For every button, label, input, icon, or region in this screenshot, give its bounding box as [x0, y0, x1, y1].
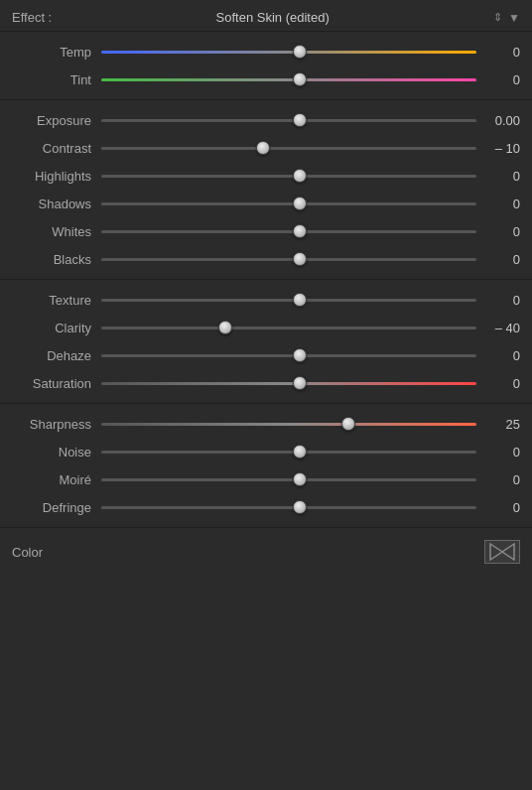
temp-slider[interactable] — [101, 42, 476, 62]
noise-value: 0 — [484, 445, 520, 460]
shadows-value: 0 — [484, 197, 520, 211]
moire-thumb[interactable] — [293, 472, 307, 486]
color-row: Color — [0, 527, 532, 576]
texture-row: Texture 0 — [0, 286, 532, 314]
moire-value: 0 — [484, 472, 520, 487]
contrast-label: Contrast — [12, 141, 91, 156]
shadows-row: Shadows 0 — [0, 190, 532, 217]
saturation-slider[interactable] — [101, 373, 476, 393]
contrast-row: Contrast – 10 — [0, 134, 532, 162]
defringe-row: Defringe 0 — [0, 493, 532, 521]
sharpness-value: 25 — [484, 417, 520, 432]
tint-row: Tint 0 — [0, 66, 532, 93]
texture-slider[interactable] — [101, 290, 476, 310]
shadows-label: Shadows — [12, 197, 91, 211]
panel: Effect : Soften Skin (edited) ⇕ ▼ Temp 0… — [0, 0, 532, 576]
defringe-value: 0 — [484, 500, 520, 515]
whites-label: Whites — [12, 224, 91, 239]
clarity-thumb[interactable] — [218, 321, 232, 334]
color-label: Color — [12, 545, 43, 560]
contrast-value: – 10 — [484, 141, 520, 156]
sharpness-label: Sharpness — [12, 417, 91, 432]
temp-value: 0 — [484, 45, 520, 60]
whites-row: Whites 0 — [0, 217, 532, 245]
blacks-thumb[interactable] — [293, 252, 307, 266]
highlights-row: Highlights 0 — [0, 162, 532, 190]
defringe-label: Defringe — [12, 500, 91, 515]
shadows-slider[interactable] — [101, 194, 476, 213]
presence-section: Texture 0 Clarity – 40 Dehaze — [0, 279, 532, 403]
svg-marker-0 — [490, 544, 502, 560]
noise-thumb[interactable] — [293, 445, 307, 459]
moire-row: Moiré 0 — [0, 465, 532, 493]
highlights-label: Highlights — [12, 169, 91, 184]
noise-slider[interactable] — [101, 442, 476, 461]
texture-thumb[interactable] — [293, 293, 307, 307]
tone-section: Exposure 0.00 Contrast – 10 Highlights — [0, 99, 532, 279]
dehaze-thumb[interactable] — [293, 348, 307, 362]
svg-marker-1 — [502, 544, 514, 560]
whites-value: 0 — [484, 224, 520, 239]
dropdown-icon[interactable]: ▼ — [508, 11, 520, 25]
whites-slider[interactable] — [101, 221, 476, 241]
exposure-slider[interactable] — [101, 110, 476, 130]
blacks-value: 0 — [484, 252, 520, 267]
noise-label: Noise — [12, 445, 91, 460]
effect-label: Effect : — [12, 10, 52, 25]
highlights-thumb[interactable] — [293, 169, 307, 183]
temp-tint-section: Temp 0 Tint 0 — [0, 31, 532, 99]
defringe-thumb[interactable] — [293, 500, 307, 514]
tint-value: 0 — [484, 72, 520, 87]
saturation-value: 0 — [484, 376, 520, 391]
temp-row: Temp 0 — [0, 38, 532, 66]
dehaze-slider[interactable] — [101, 345, 476, 365]
dehaze-row: Dehaze 0 — [0, 341, 532, 369]
detail-section: Sharpness 25 Noise 0 Moiré — [0, 403, 532, 527]
clarity-slider[interactable] — [101, 318, 476, 337]
tint-label: Tint — [12, 72, 91, 87]
temp-label: Temp — [12, 45, 91, 60]
sharpness-thumb[interactable] — [341, 417, 355, 431]
sharpness-row: Sharpness 25 — [0, 410, 532, 438]
moire-label: Moiré — [12, 472, 91, 487]
color-icon-button[interactable] — [484, 540, 520, 564]
noise-row: Noise 0 — [0, 438, 532, 465]
exposure-label: Exposure — [12, 113, 91, 128]
blacks-label: Blacks — [12, 252, 91, 267]
blacks-slider[interactable] — [101, 249, 476, 269]
dehaze-value: 0 — [484, 348, 520, 363]
defringe-slider[interactable] — [101, 497, 476, 517]
exposure-thumb[interactable] — [293, 113, 307, 127]
texture-value: 0 — [484, 293, 520, 308]
shadows-thumb[interactable] — [293, 197, 307, 210]
temp-thumb[interactable] — [293, 45, 307, 59]
sort-arrows-icon: ⇕ — [493, 11, 502, 24]
highlights-value: 0 — [484, 169, 520, 184]
contrast-thumb[interactable] — [256, 141, 270, 155]
saturation-label: Saturation — [12, 376, 91, 391]
dehaze-label: Dehaze — [12, 348, 91, 363]
saturation-thumb[interactable] — [293, 376, 307, 390]
highlights-slider[interactable] — [101, 166, 476, 186]
clarity-value: – 40 — [484, 321, 520, 335]
effect-select[interactable]: Soften Skin (edited) — [58, 10, 487, 25]
tint-thumb[interactable] — [293, 72, 307, 86]
sharpness-slider[interactable] — [101, 414, 476, 434]
contrast-slider[interactable] — [101, 138, 476, 158]
clarity-row: Clarity – 40 — [0, 314, 532, 341]
exposure-row: Exposure 0.00 — [0, 106, 532, 134]
effect-header: Effect : Soften Skin (edited) ⇕ ▼ — [0, 0, 532, 31]
texture-label: Texture — [12, 293, 91, 308]
tint-slider[interactable] — [101, 69, 476, 89]
moire-slider[interactable] — [101, 469, 476, 489]
blacks-row: Blacks 0 — [0, 245, 532, 273]
clarity-label: Clarity — [12, 321, 91, 335]
whites-thumb[interactable] — [293, 224, 307, 238]
exposure-value: 0.00 — [484, 113, 520, 128]
saturation-row: Saturation 0 — [0, 369, 532, 397]
